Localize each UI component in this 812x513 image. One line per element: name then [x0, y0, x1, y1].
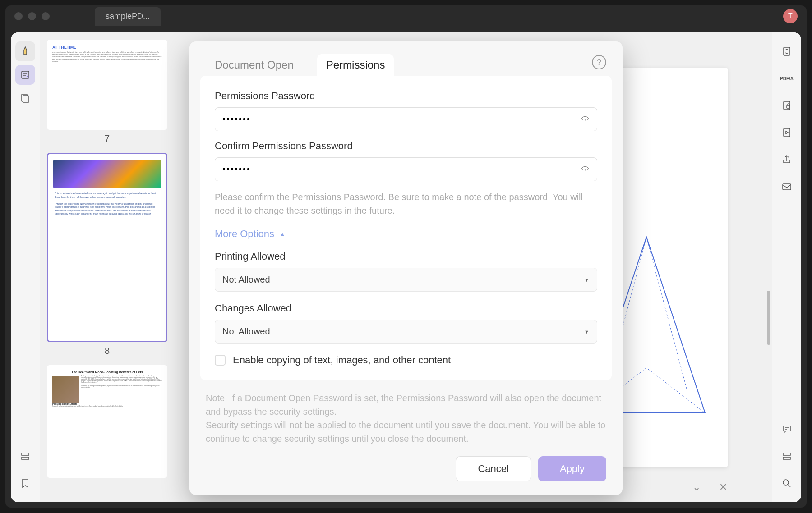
cancel-button[interactable]: Cancel: [456, 456, 531, 481]
confirm-password-input[interactable]: [215, 157, 597, 181]
permissions-modal: Document Open Permissions ? Permissions …: [189, 41, 623, 495]
modal-note: Note: If a Document Open Password is set…: [189, 380, 623, 445]
confirm-help-text: Please confirm the Permissions Password.…: [215, 190, 597, 217]
traffic-lights: [14, 12, 50, 20]
printing-label: Printing Allowed: [215, 251, 597, 262]
close-window-button[interactable]: [14, 12, 23, 20]
modal-overlay: Document Open Permissions ? Permissions …: [11, 32, 801, 502]
copy-checkbox-row[interactable]: Enable copying of text, images, and othe…: [215, 354, 597, 366]
document-tabs: samplePD...: [95, 7, 161, 26]
printing-select[interactable]: Not Allowed: [215, 268, 597, 292]
modal-footer: Cancel Apply: [189, 445, 623, 495]
minimize-window-button[interactable]: [28, 12, 36, 20]
collapse-triangle-icon: ▲: [280, 231, 285, 237]
help-icon[interactable]: ?: [592, 55, 606, 69]
permissions-password-label: Permissions Password: [215, 90, 597, 102]
document-tab[interactable]: samplePD...: [95, 7, 161, 26]
tab-document-open[interactable]: Document Open: [206, 54, 303, 76]
main-container: AT THETIME everyone thought that white l…: [11, 32, 801, 502]
changes-select[interactable]: Not Allowed: [215, 320, 597, 344]
modal-tabs: Document Open Permissions ?: [189, 41, 623, 76]
copy-checkbox[interactable]: [215, 355, 226, 366]
modal-content: Permissions Password Confirm Permissions…: [200, 76, 612, 380]
maximize-window-button[interactable]: [42, 12, 50, 20]
tab-permissions[interactable]: Permissions: [317, 54, 394, 76]
show-password-icon[interactable]: [580, 114, 590, 125]
more-options-toggle[interactable]: More Options ▲: [215, 228, 597, 240]
user-avatar[interactable]: T: [783, 9, 798, 23]
confirm-password-label: Confirm Permissions Password: [215, 140, 597, 152]
apply-button[interactable]: Apply: [538, 456, 606, 481]
app-body: AT THETIME everyone thought that white l…: [5, 27, 807, 508]
more-options-label: More Options: [215, 228, 274, 240]
permissions-password-input[interactable]: [215, 107, 597, 131]
changes-label: Changes Allowed: [215, 302, 597, 314]
title-bar: samplePD... T: [5, 5, 807, 27]
show-confirm-password-icon[interactable]: [580, 164, 590, 175]
copy-checkbox-label: Enable copying of text, images, and othe…: [233, 354, 451, 366]
